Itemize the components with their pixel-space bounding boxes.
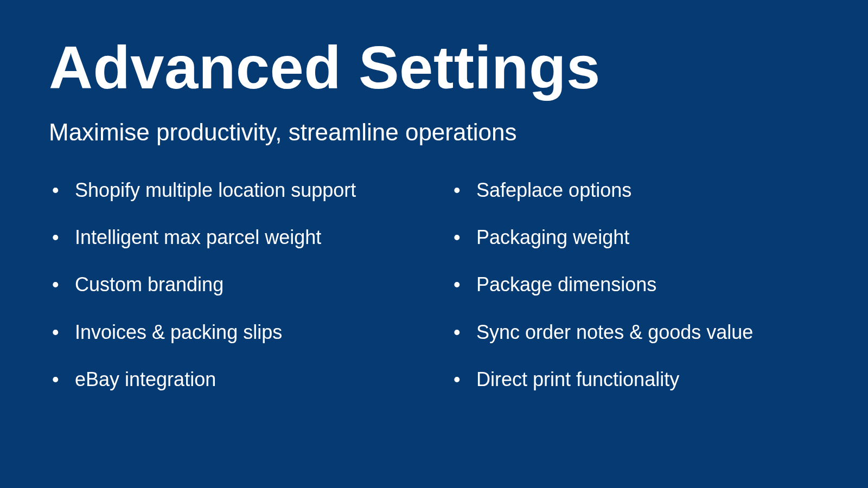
list-item: Package dimensions bbox=[450, 273, 819, 296]
list-item: Packaging weight bbox=[450, 226, 819, 249]
left-list: Shopify multiple location support Intell… bbox=[49, 178, 418, 391]
left-column: Shopify multiple location support Intell… bbox=[49, 178, 418, 415]
list-item: Custom branding bbox=[49, 273, 418, 296]
list-item: Shopify multiple location support bbox=[49, 178, 418, 202]
list-item: Intelligent max parcel weight bbox=[49, 226, 418, 249]
bullet-columns: Shopify multiple location support Intell… bbox=[49, 178, 819, 415]
list-item: eBay integration bbox=[49, 368, 418, 391]
list-item: Invoices & packing slips bbox=[49, 320, 418, 344]
list-item: Direct print functionality bbox=[450, 368, 819, 391]
right-column: Safeplace options Packaging weight Packa… bbox=[450, 178, 819, 415]
list-item: Safeplace options bbox=[450, 178, 819, 202]
slide: Advanced Settings Maximise productivity,… bbox=[0, 0, 868, 488]
slide-title: Advanced Settings bbox=[49, 33, 819, 102]
right-list: Safeplace options Packaging weight Packa… bbox=[450, 178, 819, 391]
list-item: Sync order notes & goods value bbox=[450, 320, 819, 344]
slide-subtitle: Maximise productivity, streamline operat… bbox=[49, 119, 819, 146]
